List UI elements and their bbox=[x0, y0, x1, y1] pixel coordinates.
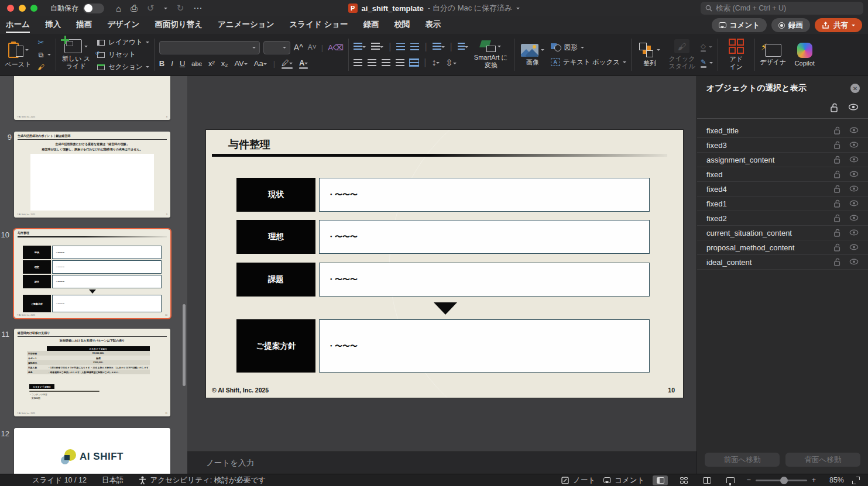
thumbnail-slide-9[interactable]: 生成AI活用成功のポイント｜鍵は経営陣 生成AI活用推進における重要な要素は「経… bbox=[14, 132, 170, 218]
increase-indent-icon[interactable] bbox=[410, 43, 419, 50]
zoom-in-button[interactable]: + bbox=[812, 476, 816, 484]
record-button[interactable]: 録画 bbox=[771, 18, 810, 32]
selection-pane-item[interactable]: fixed2 bbox=[697, 211, 868, 226]
visibility-icon[interactable] bbox=[849, 170, 859, 178]
new-slide-button[interactable]: 新しい スライド bbox=[61, 39, 91, 70]
tab-view[interactable]: 表示 bbox=[426, 16, 441, 34]
visibility-icon[interactable] bbox=[849, 243, 859, 251]
lock-icon[interactable] bbox=[833, 185, 841, 193]
search-input[interactable]: 検索 (Cmd + Ctrl + U) bbox=[701, 2, 863, 15]
selection-pane-item[interactable]: proposal_method_content bbox=[697, 240, 868, 255]
shape-fill-button[interactable]: ◇ bbox=[701, 42, 713, 52]
justify-icon[interactable] bbox=[396, 59, 404, 66]
lock-icon[interactable] bbox=[833, 229, 841, 237]
visibility-icon[interactable] bbox=[849, 156, 859, 163]
highlight-color-button[interactable]: 🖊 bbox=[282, 58, 293, 69]
tab-draw[interactable]: 描画 bbox=[76, 16, 92, 34]
zoom-slider[interactable] bbox=[756, 480, 807, 481]
font-color-button[interactable]: A bbox=[299, 58, 308, 69]
subscript-button[interactable]: x₂ bbox=[221, 59, 228, 68]
zoom-level[interactable]: 85% bbox=[824, 476, 844, 484]
selection-pane-item[interactable]: fixed3 bbox=[697, 138, 868, 153]
designer-button[interactable]: デザイナ bbox=[760, 44, 787, 66]
superscript-button[interactable]: x² bbox=[208, 59, 215, 68]
tab-insert[interactable]: 挿入 bbox=[45, 16, 61, 34]
lock-icon[interactable] bbox=[833, 141, 841, 149]
thumbnail-scrollbar[interactable] bbox=[183, 304, 186, 386]
notes-pane[interactable]: ノートを入力 bbox=[187, 451, 697, 474]
copilot-button[interactable]: Copilot bbox=[791, 43, 818, 67]
thumbnail-slide-8[interactable]: © AI Shift, Inc. 2025 8 bbox=[14, 76, 170, 120]
comments-button[interactable]: コメント bbox=[712, 18, 767, 32]
lock-icon[interactable] bbox=[833, 170, 841, 178]
clear-formatting-icon[interactable]: A⌫ bbox=[328, 43, 344, 52]
character-spacing-button[interactable]: AV bbox=[234, 59, 247, 68]
zoom-window-button[interactable] bbox=[30, 5, 37, 12]
selection-pane-item[interactable]: fixed bbox=[697, 167, 868, 182]
lock-icon[interactable] bbox=[833, 199, 841, 208]
visibility-icon[interactable] bbox=[849, 229, 859, 236]
text-direction-button[interactable]: ↕ bbox=[431, 57, 440, 68]
lock-icon[interactable] bbox=[833, 156, 841, 164]
send-backward-button[interactable]: 背面へ移動 bbox=[785, 453, 860, 467]
grow-font-icon[interactable]: A^ bbox=[294, 43, 303, 52]
align-text-button[interactable]: ⇳ bbox=[445, 57, 456, 68]
slide-editor[interactable]: 与件整理 現状 ・〜〜〜 理想 ・〜〜〜 課題 ・〜〜〜 bbox=[206, 130, 683, 398]
accessibility-status[interactable]: アクセシビリティ: 検討が必要です bbox=[139, 475, 266, 485]
line-spacing-button[interactable] bbox=[433, 42, 445, 52]
selection-pane-item[interactable]: fixed1 bbox=[697, 197, 868, 211]
strikethrough-button[interactable]: abc bbox=[191, 60, 202, 67]
language-indicator[interactable]: 日本語 bbox=[102, 475, 124, 485]
arrange-button[interactable]: 整列 bbox=[636, 43, 663, 67]
addins-button[interactable]: アド イン bbox=[723, 39, 750, 70]
slideshow-button[interactable] bbox=[723, 475, 738, 485]
selection-pane-item[interactable]: ideal_content bbox=[697, 255, 868, 270]
italic-button[interactable]: I bbox=[171, 59, 173, 68]
textbox-button[interactable]: A テキスト ボックス bbox=[551, 58, 626, 67]
reading-view-button[interactable] bbox=[699, 475, 715, 485]
undo-dropdown-icon[interactable] bbox=[164, 8, 167, 9]
convert-smartart-button[interactable]: SmartArt に変換 bbox=[473, 40, 509, 68]
redo-icon[interactable]: ↻ bbox=[177, 3, 184, 13]
fullscreen-icon[interactable] bbox=[852, 477, 860, 484]
lock-all-icon[interactable] bbox=[830, 103, 839, 112]
picture-button[interactable]: 画像 bbox=[519, 44, 546, 66]
show-all-icon[interactable] bbox=[848, 103, 859, 111]
font-name-select[interactable] bbox=[159, 41, 260, 54]
distribute-icon[interactable] bbox=[410, 59, 418, 66]
lock-icon[interactable] bbox=[833, 214, 841, 222]
row-label-current[interactable]: 現状 bbox=[236, 178, 315, 212]
columns-button[interactable] bbox=[458, 42, 468, 52]
save-icon[interactable]: ⎙ bbox=[131, 3, 138, 13]
shrink-font-icon[interactable]: A˅ bbox=[308, 43, 317, 51]
font-size-select[interactable] bbox=[263, 41, 290, 54]
normal-view-button[interactable] bbox=[653, 475, 668, 485]
close-icon[interactable]: ✕ bbox=[850, 84, 860, 93]
selection-pane-item[interactable]: assignment_content bbox=[697, 153, 868, 167]
change-case-button[interactable]: Aa bbox=[254, 59, 267, 68]
visibility-icon[interactable] bbox=[849, 199, 859, 207]
lock-icon[interactable] bbox=[833, 126, 841, 135]
home-icon[interactable]: ⌂ bbox=[116, 4, 121, 13]
notes-toggle[interactable]: ノート bbox=[561, 475, 595, 485]
tab-animations[interactable]: アニメーション bbox=[218, 16, 274, 34]
visibility-icon[interactable] bbox=[849, 126, 859, 134]
comments-toggle[interactable]: コメント bbox=[603, 475, 644, 485]
row-content-current[interactable]: ・〜〜〜 bbox=[319, 178, 650, 212]
tab-transitions[interactable]: 画面切り替え bbox=[155, 16, 203, 34]
format-painter-icon[interactable]: 🖌 bbox=[36, 63, 46, 72]
visibility-icon[interactable] bbox=[849, 214, 859, 222]
layout-button[interactable]: レイアウト bbox=[96, 38, 149, 47]
visibility-icon[interactable] bbox=[849, 258, 859, 266]
slide-sorter-view-button[interactable] bbox=[676, 475, 691, 485]
tab-home[interactable]: ホーム bbox=[6, 16, 30, 34]
quick-styles-button[interactable]: 🖌 クイック スタイル bbox=[668, 39, 696, 70]
zoom-slider-thumb[interactable] bbox=[780, 477, 788, 484]
tab-review[interactable]: 校閲 bbox=[394, 16, 410, 34]
down-arrow-shape[interactable] bbox=[434, 302, 457, 315]
visibility-icon[interactable] bbox=[849, 141, 859, 149]
selection-pane-item[interactable]: fixed4 bbox=[697, 182, 868, 197]
slide-title[interactable]: 与件整理 bbox=[228, 137, 270, 151]
selection-pane-item[interactable]: fixed_title bbox=[697, 123, 868, 138]
row-content-issue[interactable]: ・〜〜〜 bbox=[319, 263, 650, 297]
